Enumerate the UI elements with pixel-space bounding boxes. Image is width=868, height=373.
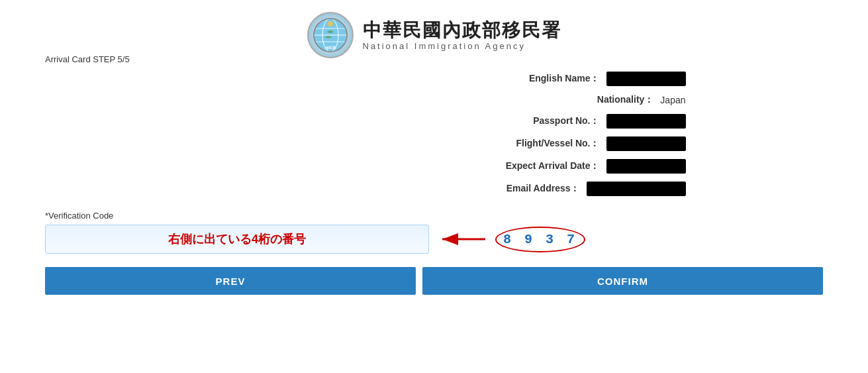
main-content: English Name： Nationality： Japan Passpor… bbox=[0, 65, 868, 204]
agency-logo: 移民署 bbox=[307, 12, 354, 58]
page-header: 移民署 中華民國內政部移民署 National Immigration Agen… bbox=[0, 0, 868, 65]
arrival-date-label: Expect Arrival Date： bbox=[481, 160, 600, 172]
captcha-box: 8 9 3 7 bbox=[495, 227, 585, 252]
captcha-value: 8 9 3 7 bbox=[503, 232, 577, 247]
svg-point-6 bbox=[328, 21, 333, 27]
email-label: Email Address： bbox=[461, 183, 580, 195]
email-row: Email Address： bbox=[183, 182, 686, 196]
passport-row: Passport No.： bbox=[183, 114, 686, 129]
arrival-date-value bbox=[606, 159, 686, 174]
header-text-group: 中華民國內政部移民署 National Immigration Agency bbox=[363, 19, 561, 52]
email-value bbox=[587, 182, 686, 196]
agency-title-en: National Immigration Agency bbox=[363, 41, 526, 51]
arrow-icon bbox=[436, 229, 489, 249]
english-name-row: English Name： bbox=[183, 72, 686, 86]
verification-input-container[interactable]: 右側に出ている4桁の番号 bbox=[45, 225, 429, 254]
flight-row: Flight/Vessel No.： bbox=[183, 136, 686, 151]
prev-button[interactable]: PREV bbox=[45, 267, 416, 295]
buttons-section: PREV CONFIRM bbox=[0, 267, 868, 295]
verification-instruction-text: 右側に出ている4桁の番号 bbox=[46, 231, 428, 247]
english-name-value bbox=[606, 72, 686, 86]
confirm-button[interactable]: CONFIRM bbox=[422, 267, 823, 295]
passport-label: Passport No.： bbox=[481, 115, 600, 127]
svg-text:移民署: 移民署 bbox=[324, 46, 335, 50]
flight-label: Flight/Vessel No.： bbox=[481, 138, 600, 150]
nationality-value: Japan bbox=[660, 95, 685, 105]
arrival-date-row: Expect Arrival Date： bbox=[183, 159, 686, 174]
nationality-row: Nationality： Japan bbox=[183, 94, 686, 106]
passport-value bbox=[606, 114, 686, 129]
agency-title-zh: 中華民國內政部移民署 bbox=[363, 19, 561, 42]
verification-row: 右側に出ている4桁の番号 8 9 3 7 bbox=[45, 225, 823, 254]
nationality-label: Nationality： bbox=[534, 94, 653, 106]
verification-section: *Verification Code 右側に出ている4桁の番号 8 9 3 bbox=[0, 204, 868, 254]
english-name-label: English Name： bbox=[481, 73, 600, 85]
flight-value bbox=[606, 136, 686, 151]
form-section: English Name： Nationality： Japan Passpor… bbox=[183, 72, 686, 204]
step-label: Arrival Card STEP 5/5 bbox=[45, 54, 130, 64]
verification-label: *Verification Code bbox=[45, 211, 823, 221]
